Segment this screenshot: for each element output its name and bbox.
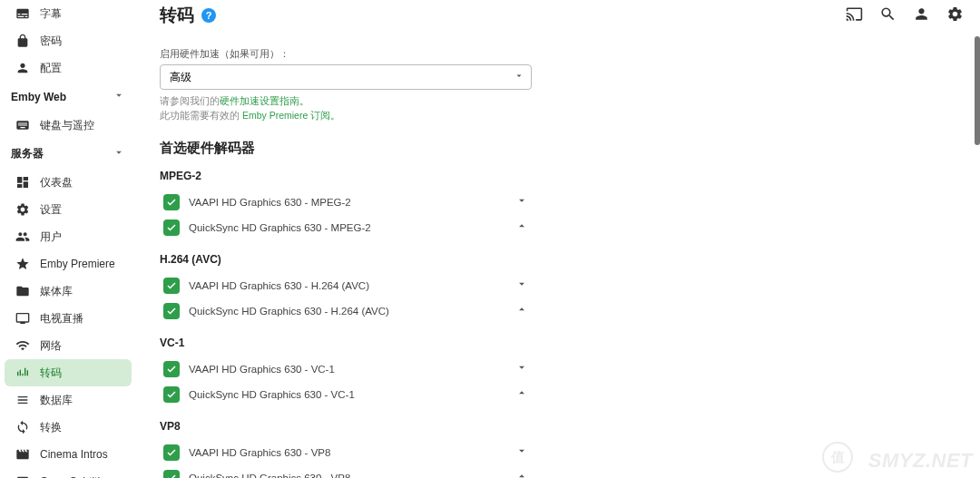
nav-item-movie[interactable]: Cinema Intros bbox=[0, 441, 136, 468]
checkbox-checked[interactable] bbox=[163, 219, 180, 236]
decoder-label: QuickSync HD Graphics 630 - MPEG-2 bbox=[189, 222, 515, 233]
checkbox-checked[interactable] bbox=[163, 194, 180, 210]
main-content: 转码 ? 启用硬件加速（如果可用）： 高级 请参阅我们的硬件加速设置指南。 此功… bbox=[136, 0, 980, 478]
hw-setup-guide-link[interactable]: 硬件加速设置指南。 bbox=[220, 95, 309, 106]
nav-item-transcode[interactable]: 转码 bbox=[5, 359, 132, 386]
settings-icon bbox=[15, 201, 31, 218]
hw-accel-label: 启用硬件加速（如果可用）： bbox=[160, 47, 962, 61]
nav-item-folder[interactable]: 媒体库 bbox=[0, 278, 136, 305]
decoder-label: VAAPI HD Graphics 630 - VP8 bbox=[189, 447, 515, 458]
decoder-group-title: VP8 bbox=[160, 420, 962, 433]
nav-label: 转码 bbox=[40, 366, 62, 381]
premiere-link[interactable]: Emby Premiere 订阅。 bbox=[242, 110, 340, 121]
lock-icon bbox=[15, 33, 31, 49]
nav-item-dashboard[interactable]: 仪表盘 bbox=[0, 169, 136, 196]
hw-accel-select-wrap: 高级 bbox=[160, 64, 532, 90]
decoder-label: QuickSync HD Graphics 630 - VC-1 bbox=[189, 389, 515, 400]
page-title: 转码 bbox=[160, 4, 194, 27]
nav-label: 转换 bbox=[40, 420, 62, 435]
nav-item-storage[interactable]: 数据库 bbox=[0, 386, 136, 414]
decoder-label: QuickSync HD Graphics 630 - H.264 (AVC) bbox=[189, 306, 515, 317]
nav-label: 键盘与遥控 bbox=[40, 118, 94, 133]
checkbox-checked[interactable] bbox=[163, 470, 180, 479]
sidebar: 字幕密码配置Emby Web键盘与遥控服务器仪表盘设置用户Emby Premie… bbox=[0, 0, 136, 478]
decoder-group-title: H.264 (AVC) bbox=[160, 253, 962, 266]
wifi-icon bbox=[15, 337, 31, 354]
checkbox-checked[interactable] bbox=[163, 386, 180, 403]
checkbox-checked[interactable] bbox=[163, 444, 180, 461]
chevron-down-icon[interactable] bbox=[515, 361, 528, 376]
nav-item-wifi[interactable]: 网络 bbox=[0, 332, 136, 359]
decoder-group-title: MPEG-2 bbox=[160, 170, 962, 182]
dashboard-icon bbox=[15, 174, 31, 190]
topbar bbox=[829, 0, 980, 31]
keyboard-icon bbox=[15, 117, 31, 133]
nav-item-subtitles[interactable]: 字幕 bbox=[0, 0, 136, 27]
nav-label: Cinema Intros bbox=[40, 448, 108, 461]
chevron-down-icon bbox=[113, 89, 125, 104]
cast-icon[interactable] bbox=[846, 5, 863, 25]
section-title: Emby Web bbox=[11, 91, 66, 103]
checkbox-checked[interactable] bbox=[163, 303, 180, 319]
help-text-prefix: 请参阅我们的 bbox=[160, 95, 220, 106]
checkbox-checked[interactable] bbox=[163, 361, 180, 377]
section-title: 服务器 bbox=[11, 146, 44, 161]
hw-accel-help: 请参阅我们的硬件加速设置指南。 此功能需要有效的 Emby Premiere 订… bbox=[160, 94, 962, 123]
nav-item-tv[interactable]: 电视直播 bbox=[0, 305, 136, 332]
nav-label: Emby Premiere bbox=[40, 258, 115, 270]
nav-label: 设置 bbox=[40, 202, 62, 218]
search-icon[interactable] bbox=[879, 5, 897, 25]
decoder-row[interactable]: QuickSync HD Graphics 630 - VP8 bbox=[160, 465, 532, 479]
decoder-row[interactable]: VAAPI HD Graphics 630 - MPEG-2 bbox=[160, 190, 532, 215]
nav-label: 配置 bbox=[40, 61, 62, 76]
nav-item-keyboard[interactable]: 键盘与遥控 bbox=[0, 112, 136, 139]
chevron-up-icon[interactable] bbox=[515, 386, 528, 402]
tv-icon bbox=[15, 310, 31, 327]
nav-item-sync[interactable]: 转换 bbox=[0, 414, 136, 441]
chevron-down-icon bbox=[113, 146, 125, 161]
chevron-up-icon[interactable] bbox=[515, 303, 528, 318]
scrollbar-thumb[interactable] bbox=[975, 36, 980, 145]
subtitles-icon bbox=[15, 5, 31, 22]
transcode-icon bbox=[15, 365, 31, 381]
help-icon[interactable]: ? bbox=[201, 8, 216, 23]
person-icon[interactable] bbox=[913, 5, 930, 25]
nav-item-star[interactable]: Emby Premiere bbox=[0, 250, 136, 278]
nav-item-person[interactable]: 配置 bbox=[0, 54, 136, 82]
decoder-row[interactable]: QuickSync HD Graphics 630 - VC-1 bbox=[160, 382, 532, 407]
decoder-label: QuickSync HD Graphics 630 - VP8 bbox=[189, 473, 515, 479]
hw-accel-select[interactable]: 高级 bbox=[160, 64, 532, 90]
nav-item-cc[interactable]: Open Subtitles bbox=[0, 468, 136, 478]
nav-label: 仪表盘 bbox=[40, 175, 73, 190]
chevron-down-icon[interactable] bbox=[515, 444, 528, 460]
checkbox-checked[interactable] bbox=[163, 278, 180, 294]
chevron-down-icon[interactable] bbox=[515, 194, 528, 210]
decoder-row[interactable]: VAAPI HD Graphics 630 - H.264 (AVC) bbox=[160, 273, 532, 298]
chevron-up-icon[interactable] bbox=[515, 219, 528, 235]
nav-item-lock[interactable]: 密码 bbox=[0, 27, 136, 54]
nav-item-settings[interactable]: 设置 bbox=[0, 196, 136, 223]
star-icon bbox=[15, 256, 31, 272]
nav-section-0[interactable]: Emby Web bbox=[0, 82, 136, 112]
decoder-row[interactable]: QuickSync HD Graphics 630 - MPEG-2 bbox=[160, 215, 532, 240]
nav-section-1[interactable]: 服务器 bbox=[0, 139, 136, 169]
folder-icon bbox=[15, 283, 31, 299]
nav-label: 网络 bbox=[40, 338, 62, 354]
sync-icon bbox=[15, 419, 31, 435]
nav-label: 媒体库 bbox=[40, 284, 73, 299]
nav-item-people[interactable]: 用户 bbox=[0, 223, 136, 250]
chevron-up-icon[interactable] bbox=[515, 470, 528, 478]
scrollbar[interactable] bbox=[975, 0, 980, 478]
decoder-group-title: VC-1 bbox=[160, 337, 962, 349]
decoder-row[interactable]: VAAPI HD Graphics 630 - VP8 bbox=[160, 440, 532, 465]
decoders-heading: 首选硬件解码器 bbox=[160, 140, 962, 157]
nav-label: 数据库 bbox=[40, 393, 73, 408]
cc-icon bbox=[15, 473, 31, 478]
decoder-row[interactable]: VAAPI HD Graphics 630 - VC-1 bbox=[160, 356, 532, 382]
chevron-down-icon[interactable] bbox=[515, 278, 528, 293]
person-icon bbox=[15, 60, 31, 76]
nav-label: 电视直播 bbox=[40, 311, 83, 327]
decoder-label: VAAPI HD Graphics 630 - H.264 (AVC) bbox=[189, 280, 515, 291]
decoder-row[interactable]: QuickSync HD Graphics 630 - H.264 (AVC) bbox=[160, 298, 532, 324]
gear-icon[interactable] bbox=[946, 5, 964, 25]
